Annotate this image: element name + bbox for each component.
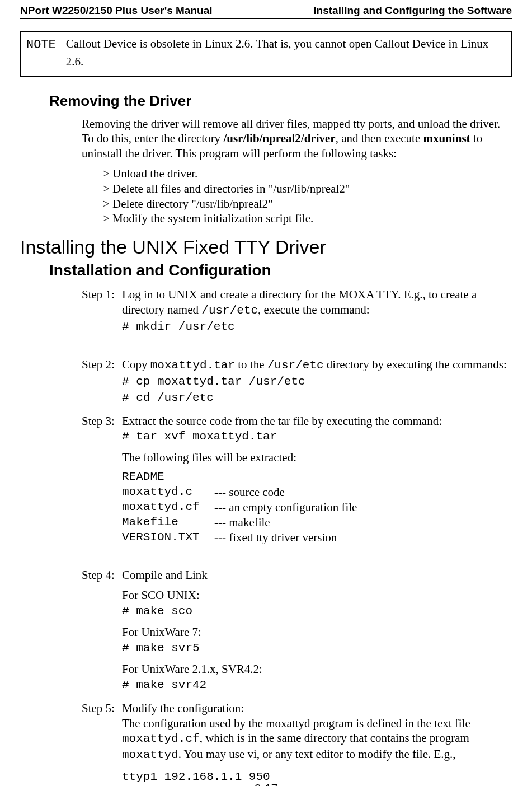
header-right: Installing and Configuring the Software (313, 4, 512, 17)
bullet-item: > Modify the system initialization scrip… (103, 211, 512, 226)
step-label: Step 3: (82, 414, 122, 545)
spacer (122, 763, 512, 769)
bullet-item: > Unload the driver. (103, 166, 512, 181)
text: Modify the configuration: (122, 701, 244, 715)
inline-code: moxattyd.cf (122, 732, 200, 745)
file-name: moxattyd.cf (122, 500, 214, 515)
command: # cp moxattyd.tar /usr/etc (122, 375, 305, 388)
text: , and then execute (336, 132, 423, 145)
removing-bullets: > Unload the driver. > Delete all files … (103, 166, 512, 227)
step-4: Step 4: Compile and Link For SCO UNIX: #… (82, 568, 512, 693)
step-label: Step 2: (82, 357, 122, 406)
spacer (122, 656, 512, 662)
step-body: Modify the configuration: The configurat… (122, 701, 512, 785)
page-header: NPort W2250/2150 Plus User's Manual Inst… (20, 4, 512, 17)
file-desc: --- makefile (214, 515, 512, 530)
step-label: Step 4: (82, 568, 122, 693)
inline-code: moxattyd (122, 748, 178, 761)
inline-code: /usr/etc (267, 359, 324, 372)
note-box: NOTE Callout Device is obsolete in Linux… (20, 31, 512, 77)
step-label: Step 1: (82, 287, 122, 335)
inline-code: /usr/etc (201, 304, 258, 317)
file-row: Makefile --- makefile (122, 515, 512, 530)
header-rule (20, 18, 512, 19)
file-row: README (122, 470, 512, 485)
step-label: Step 5: (82, 701, 122, 785)
spacer (122, 445, 512, 450)
step-5: Step 5: Modify the configuration: The co… (82, 701, 512, 785)
file-name: moxattyd.c (122, 485, 214, 500)
spacer (122, 582, 512, 588)
text: Extract the source code from the tar fil… (122, 414, 442, 428)
file-row: VERSION.TXT --- fixed tty driver version (122, 530, 512, 545)
page: NPort W2250/2150 Plus User's Manual Inst… (0, 0, 532, 786)
text: , execute the command: (258, 303, 369, 316)
extracted-files: README moxattyd.c --- source code moxatt… (122, 470, 512, 545)
file-row: moxattyd.cf --- an empty configuration f… (122, 500, 512, 515)
command: # cd /usr/etc (122, 391, 214, 404)
inline-code: moxattyd.tar (150, 359, 235, 372)
file-row: moxattyd.c --- source code (122, 485, 512, 500)
bullet-item: > Delete all files and directories in "/… (103, 181, 512, 196)
step-body: Copy moxattyd.tar to the /usr/etc direct… (122, 357, 512, 406)
spacer (122, 619, 512, 625)
file-desc: --- source code (214, 485, 512, 500)
text: For SCO UNIX: (122, 588, 200, 602)
heading-removing-driver: Removing the Driver (49, 92, 512, 110)
text: The configuration used by the moxattyd p… (122, 717, 470, 730)
spacer (82, 553, 512, 568)
step-body: Extract the source code from the tar fil… (122, 414, 512, 545)
command: # mkdir /usr/etc (122, 320, 235, 333)
file-desc: --- fixed tty driver version (214, 530, 512, 545)
header-left: NPort W2250/2150 Plus User's Manual (20, 4, 213, 17)
step-3: Step 3: Extract the source code from the… (82, 414, 512, 545)
text: For UnixWare 7: (122, 625, 201, 639)
bullet-item: > Delete directory "/usr/lib/npreal2" (103, 196, 512, 212)
text: to the (235, 358, 267, 371)
step-2: Step 2: Copy moxattyd.tar to the /usr/et… (82, 357, 512, 406)
cmd-bold: mxuninst (423, 132, 470, 145)
text: directory by executing the commands: (324, 358, 507, 371)
note-label: NOTE (26, 35, 56, 71)
command: # make svr42 (122, 679, 206, 691)
file-desc (214, 470, 512, 485)
text: . You may use vi, or any text editor to … (178, 747, 456, 761)
file-desc: --- an empty configuration file (214, 500, 512, 515)
file-name: README (122, 470, 214, 485)
command: # tar xvf moxattyd.tar (122, 430, 277, 443)
step-body: Log in to UNIX and create a directory fo… (122, 287, 512, 335)
command: # make sco (122, 605, 192, 617)
page-number: 6-17 (0, 782, 532, 786)
step-1: Step 1: Log in to UNIX and create a dire… (82, 287, 512, 335)
heading-unix-fixed-tty: Installing the UNIX Fixed TTY Driver (20, 236, 512, 258)
file-name: Makefile (122, 515, 214, 530)
removing-paragraph: Removing the driver will remove all driv… (82, 116, 512, 161)
note-text: Callout Device is obsolete in Linux 2.6.… (66, 35, 506, 71)
command: # make svr5 (122, 642, 200, 654)
step-body: Compile and Link For SCO UNIX: # make sc… (122, 568, 512, 693)
path-bold: /usr/lib/npreal2/driver (223, 132, 335, 145)
spacer (82, 343, 512, 357)
text: Compile and Link (122, 568, 208, 582)
text: The following files will be extracted: (122, 451, 296, 464)
text: Copy (122, 358, 150, 371)
file-name: VERSION.TXT (122, 530, 214, 545)
steps-container: Step 1: Log in to UNIX and create a dire… (82, 287, 512, 785)
text: For UnixWare 2.1.x, SVR4.2: (122, 662, 262, 676)
heading-install-config: Installation and Configuration (49, 261, 512, 279)
text: , which is in the same directory that co… (200, 731, 469, 745)
